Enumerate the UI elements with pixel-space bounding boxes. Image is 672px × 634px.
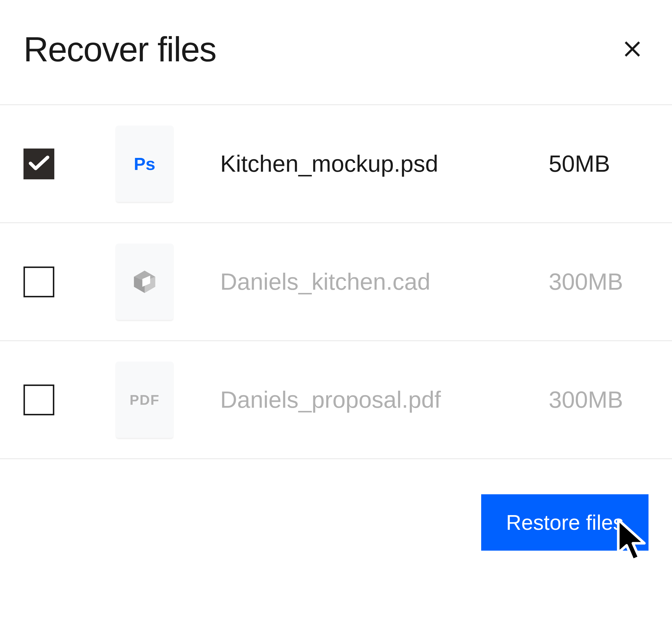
file-icon: PDF — [116, 362, 173, 438]
file-name: Daniels_proposal.pdf — [220, 386, 531, 413]
dialog-footer: Restore files — [0, 459, 672, 574]
file-name: Daniels_kitchen.cad — [220, 268, 531, 295]
file-checkbox[interactable] — [23, 385, 54, 415]
file-icon — [116, 244, 173, 320]
recover-files-dialog: Recover files Ps Kitch — [0, 0, 672, 634]
restore-files-button[interactable]: Restore files — [481, 494, 649, 551]
dialog-header: Recover files — [0, 0, 672, 104]
file-icon: Ps — [116, 126, 173, 202]
file-size: 300MB — [549, 268, 649, 295]
dialog-title: Recover files — [23, 29, 216, 69]
file-row[interactable]: Ps Kitchen_mockup.psd 50MB — [0, 105, 672, 223]
file-checkbox[interactable] — [23, 148, 54, 179]
close-button[interactable] — [616, 33, 649, 66]
check-icon — [29, 155, 49, 173]
photoshop-icon: Ps — [134, 154, 155, 174]
close-icon — [622, 39, 643, 60]
file-row[interactable]: PDF Daniels_proposal.pdf 300MB — [0, 341, 672, 459]
file-row[interactable]: Daniels_kitchen.cad 300MB — [0, 223, 672, 341]
file-list: Ps Kitchen_mockup.psd 50MB Daniels_kitch… — [0, 104, 672, 459]
cad-icon — [130, 267, 159, 297]
file-size: 50MB — [549, 150, 649, 177]
file-name: Kitchen_mockup.psd — [220, 150, 531, 177]
pdf-icon: PDF — [130, 392, 160, 408]
file-checkbox[interactable] — [23, 267, 54, 297]
file-size: 300MB — [549, 386, 649, 413]
